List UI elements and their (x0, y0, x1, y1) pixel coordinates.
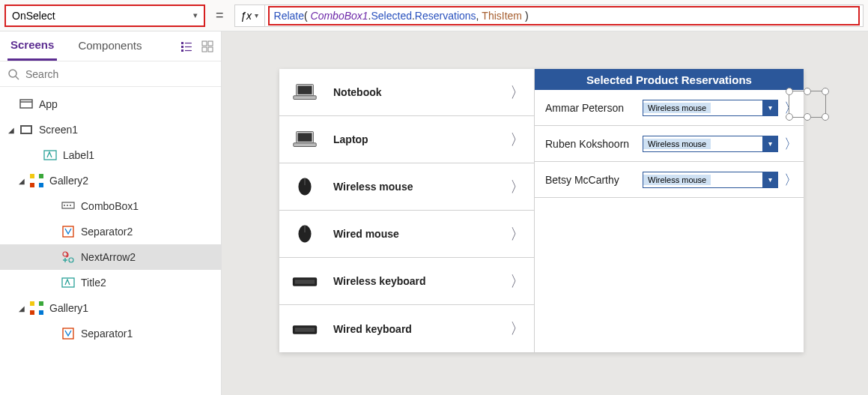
formula-token-prop: Reservations (415, 10, 476, 22)
chevron-down-icon[interactable]: ▾ (762, 136, 777, 151)
chevron-right-icon[interactable]: 〉 (783, 99, 799, 117)
tree-label: Screen1 (39, 124, 78, 136)
product-name: Wireless keyboard (333, 275, 510, 287)
svg-point-17 (67, 205, 68, 206)
tree-node-gallery2[interactable]: ◢ Gallery2 (0, 168, 221, 193)
app-icon (19, 97, 33, 111)
formula-token-open: ( (304, 10, 311, 22)
reservation-combobox[interactable]: Wireless mouse▾ (643, 136, 778, 152)
product-row[interactable]: Wired keyboard〉 (279, 305, 534, 352)
svg-rect-7 (208, 41, 213, 46)
svg-point-23 (69, 258, 73, 262)
search-row (0, 61, 221, 87)
formula-token-fn: Relate (274, 10, 304, 22)
equals-label: = (210, 7, 230, 23)
tree-label: Label1 (63, 149, 94, 161)
product-image (290, 127, 320, 151)
search-input[interactable] (25, 68, 213, 80)
separator-icon (61, 225, 75, 238)
product-name: Notebook (333, 86, 510, 98)
reservation-combobox[interactable]: Wireless mouse▾ (643, 100, 778, 116)
tree-label: Separator2 (81, 226, 133, 238)
caret-icon[interactable]: ◢ (6, 126, 16, 134)
formula-area: ƒx▾ Relate( ComboBox1.Selected.Reservati… (234, 4, 864, 27)
chevron-right-icon[interactable]: 〉 (510, 130, 525, 150)
tree-node-separator2[interactable]: Separator2 (0, 219, 221, 244)
tree-label: App (39, 98, 58, 110)
gallery-icon (30, 301, 43, 315)
tree-label: Separator1 (81, 328, 133, 340)
caret-icon[interactable]: ◢ (16, 304, 27, 313)
svg-rect-0 (181, 42, 183, 44)
tree-node-screen1[interactable]: ◢ Screen1 (0, 117, 221, 142)
tree-node-title2[interactable]: Title2 (0, 270, 221, 295)
tree-label: NextArrow2 (81, 251, 136, 263)
reservation-row: Ammar PetersonWireless mouse▾〉 (535, 90, 804, 126)
product-row[interactable]: Laptop〉 (279, 116, 534, 163)
product-image (290, 80, 320, 104)
tab-screens[interactable]: Screens (7, 32, 57, 61)
product-row[interactable]: Wired mouse〉 (279, 211, 534, 258)
label-icon (43, 148, 57, 162)
tree-expand-icon[interactable] (180, 40, 192, 52)
reservation-combobox[interactable]: Wireless mouse▾ (643, 172, 778, 188)
tree-view: App ◢ Screen1 Label1 ◢ Gallery2 ComboBox… (0, 87, 221, 395)
product-name: Wired keyboard (333, 323, 510, 335)
chevron-right-icon[interactable]: 〉 (783, 135, 799, 153)
product-row[interactable]: Notebook〉 (279, 69, 534, 116)
canvas: Notebook〉Laptop〉Wireless mouse〉Wired mou… (222, 31, 868, 395)
separator-icon (61, 327, 75, 340)
product-row[interactable]: Wireless mouse〉 (279, 163, 534, 211)
reservation-row: Ruben KokshoornWireless mouse▾〉 (535, 126, 804, 162)
product-image (290, 175, 320, 199)
chevron-right-icon[interactable]: 〉 (510, 224, 525, 244)
product-name: Wireless mouse (333, 181, 510, 193)
chevron-down-icon[interactable]: ▾ (762, 172, 777, 187)
combobox-value: Wireless mouse (643, 103, 711, 113)
svg-point-16 (64, 205, 65, 206)
chevron-down-icon: ▾ (255, 11, 258, 19)
tree-node-combobox1[interactable]: ComboBox1 (0, 193, 221, 219)
tree-node-nextarrow2[interactable]: NextArrow2 (0, 244, 221, 270)
caret-icon[interactable]: ◢ (16, 177, 27, 185)
svg-rect-6 (202, 41, 207, 46)
chevron-right-icon[interactable]: 〉 (510, 177, 525, 197)
svg-rect-25 (63, 328, 73, 339)
gallery-products: Notebook〉Laptop〉Wireless mouse〉Wired mou… (279, 69, 534, 352)
tree-node-separator1[interactable]: Separator1 (0, 321, 221, 346)
tree-panel: Screens Components App ◢ (0, 31, 222, 395)
thumbnails-icon[interactable] (201, 40, 213, 52)
chevron-right-icon[interactable]: 〉 (510, 271, 525, 292)
reservations-column: Selected Product Reservations Ammar Pete… (534, 69, 804, 352)
reservation-name: Betsy McCarthy (545, 174, 643, 186)
tree-node-label1[interactable]: Label1 (0, 142, 221, 168)
chevron-right-icon[interactable]: 〉 (510, 82, 525, 103)
tab-components[interactable]: Components (75, 33, 145, 59)
fx-icon: ƒx (240, 10, 252, 22)
chevron-right-icon[interactable]: 〉 (783, 171, 799, 189)
tree-node-app[interactable]: App (0, 91, 221, 117)
svg-rect-14 (44, 151, 56, 160)
property-selector[interactable]: OnSelect ▾ (4, 4, 205, 27)
svg-line-11 (16, 76, 19, 79)
property-selector-value: OnSelect (12, 10, 55, 22)
svg-rect-1 (181, 46, 183, 48)
chevron-down-icon[interactable]: ▾ (762, 100, 777, 115)
fx-button[interactable]: ƒx▾ (235, 5, 265, 26)
tree-label: Title2 (81, 277, 106, 289)
workspace: Screens Components App ◢ (0, 31, 868, 395)
svg-point-18 (70, 205, 71, 206)
svg-rect-2 (181, 49, 183, 52)
chevron-right-icon[interactable]: 〉 (510, 319, 525, 339)
formula-token-obj: ComboBox1 (311, 10, 368, 22)
nextarrow2-icon (61, 250, 75, 264)
formula-token-this: ThisItem (482, 10, 522, 22)
tree-label: ComboBox1 (81, 200, 139, 212)
tree-node-gallery1[interactable]: ◢ Gallery1 (0, 295, 221, 321)
product-image (290, 222, 320, 246)
product-row[interactable]: Wireless keyboard〉 (279, 258, 534, 305)
tree-label: Gallery2 (49, 175, 88, 187)
reservation-name: Ruben Kokshoorn (545, 138, 643, 150)
product-name: Laptop (333, 133, 510, 145)
formula-input[interactable]: Relate( ComboBox1.Selected.Reservations,… (268, 6, 860, 25)
